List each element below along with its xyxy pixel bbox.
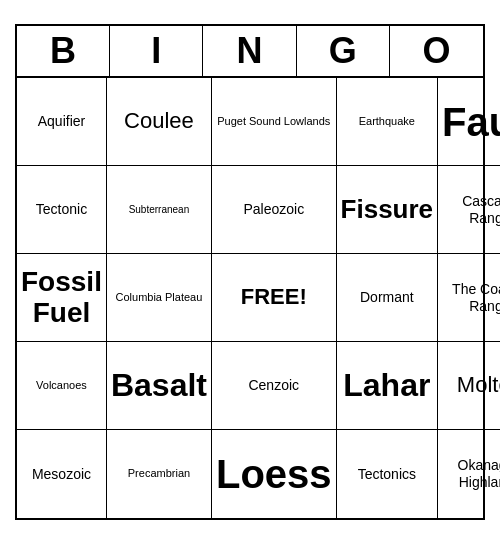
cell-text-15: Volcanoes <box>36 379 87 392</box>
cell-text-10: Fossil Fuel <box>21 267 102 329</box>
cell-text-4: Fault <box>442 98 500 146</box>
cell-text-19: Molten <box>457 372 500 398</box>
bingo-cell-3[interactable]: Earthquake <box>337 78 439 166</box>
cell-text-12: FREE! <box>241 284 307 310</box>
cell-text-9: Cascade Range <box>442 193 500 227</box>
header-letter-N: N <box>203 26 296 76</box>
cell-text-3: Earthquake <box>359 115 415 128</box>
bingo-cell-4[interactable]: Fault <box>438 78 500 166</box>
header-letter-I: I <box>110 26 203 76</box>
cell-text-5: Tectonic <box>36 201 87 218</box>
cell-text-11: Columbia Plateau <box>116 291 203 304</box>
bingo-cell-13[interactable]: Dormant <box>337 254 439 342</box>
bingo-cell-9[interactable]: Cascade Range <box>438 166 500 254</box>
cell-text-17: Cenzoic <box>248 377 299 394</box>
cell-text-24: Okanagan Highlands <box>442 457 500 491</box>
bingo-cell-17[interactable]: Cenzoic <box>212 342 337 430</box>
bingo-cell-15[interactable]: Volcanoes <box>17 342 107 430</box>
bingo-cell-21[interactable]: Precambrian <box>107 430 212 518</box>
bingo-cell-8[interactable]: Fissure <box>337 166 439 254</box>
cell-text-23: Tectonics <box>358 466 416 483</box>
bingo-cell-18[interactable]: Lahar <box>337 342 439 430</box>
bingo-cell-16[interactable]: Basalt <box>107 342 212 430</box>
cell-text-18: Lahar <box>343 366 430 404</box>
header-letter-O: O <box>390 26 483 76</box>
bingo-cell-12[interactable]: FREE! <box>212 254 337 342</box>
bingo-cell-20[interactable]: Mesozoic <box>17 430 107 518</box>
cell-text-0: Aquifier <box>38 113 85 130</box>
header-letter-G: G <box>297 26 390 76</box>
header-letter-B: B <box>17 26 110 76</box>
cell-text-1: Coulee <box>124 108 194 134</box>
bingo-grid: AquifierCouleePuget Sound LowlandsEarthq… <box>17 78 483 518</box>
bingo-cell-5[interactable]: Tectonic <box>17 166 107 254</box>
bingo-cell-2[interactable]: Puget Sound Lowlands <box>212 78 337 166</box>
bingo-cell-10[interactable]: Fossil Fuel <box>17 254 107 342</box>
cell-text-13: Dormant <box>360 289 414 306</box>
bingo-cell-7[interactable]: Paleozoic <box>212 166 337 254</box>
bingo-cell-19[interactable]: Molten <box>438 342 500 430</box>
cell-text-6: Subterranean <box>129 204 190 216</box>
bingo-cell-14[interactable]: The Coastal Range <box>438 254 500 342</box>
bingo-cell-6[interactable]: Subterranean <box>107 166 212 254</box>
bingo-cell-23[interactable]: Tectonics <box>337 430 439 518</box>
cell-text-21: Precambrian <box>128 467 190 480</box>
cell-text-7: Paleozoic <box>243 201 304 218</box>
bingo-card: BINGO AquifierCouleePuget Sound Lowlands… <box>15 24 485 520</box>
cell-text-20: Mesozoic <box>32 466 91 483</box>
bingo-cell-11[interactable]: Columbia Plateau <box>107 254 212 342</box>
cell-text-2: Puget Sound Lowlands <box>217 115 330 128</box>
cell-text-22: Loess <box>216 450 332 498</box>
cell-text-8: Fissure <box>341 194 434 225</box>
bingo-cell-24[interactable]: Okanagan Highlands <box>438 430 500 518</box>
bingo-cell-0[interactable]: Aquifier <box>17 78 107 166</box>
bingo-cell-22[interactable]: Loess <box>212 430 337 518</box>
bingo-cell-1[interactable]: Coulee <box>107 78 212 166</box>
bingo-header: BINGO <box>17 26 483 78</box>
cell-text-16: Basalt <box>111 366 207 404</box>
cell-text-14: The Coastal Range <box>442 281 500 315</box>
